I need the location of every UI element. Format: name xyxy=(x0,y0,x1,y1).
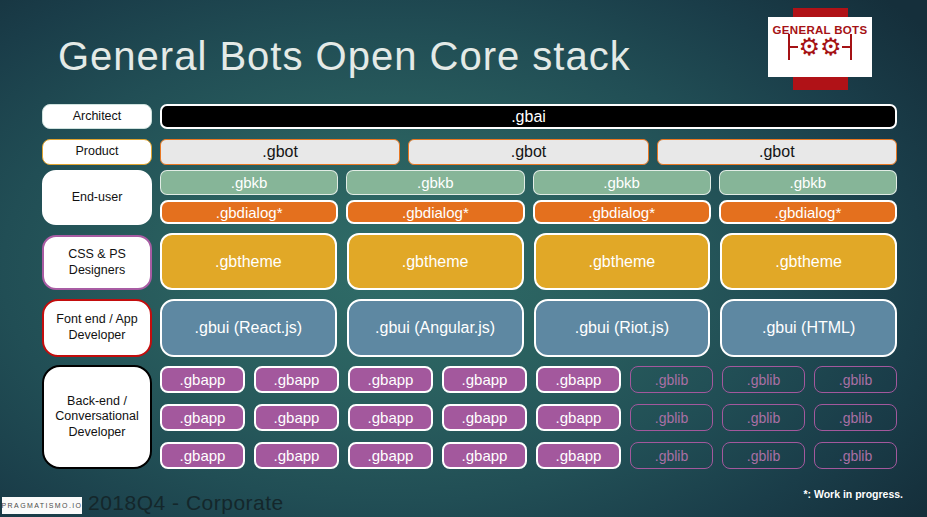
gbtheme-box: .gbtheme xyxy=(160,233,337,290)
gblib-box: .gblib xyxy=(630,442,713,469)
page-title: General Bots Open Core stack xyxy=(58,34,631,79)
gbkb-box: .gbkb xyxy=(346,170,524,195)
layer-end-user-kb: .gbkb .gbkb .gbkb .gbkb xyxy=(160,170,897,195)
gbdialog-box: .gbdialog* xyxy=(533,200,711,224)
gbapp-box: .gbapp xyxy=(442,442,527,469)
layer-product: .gbot .gbot .gbot xyxy=(160,139,897,165)
gbapp-box: .gbapp xyxy=(254,442,339,469)
layer-backend-row-3: .gbapp .gbapp .gbapp .gbapp .gbapp .gbli… xyxy=(160,442,897,469)
role-label-backend-developer: Back-end / Conversational Developer xyxy=(42,365,152,469)
gear-right-line-icon xyxy=(842,46,850,49)
gbapp-box: .gbapp xyxy=(160,404,245,431)
gbapp-box: .gbapp xyxy=(536,366,621,393)
gbkb-box: .gbkb xyxy=(719,170,897,195)
gbdialog-box: .gbdialog* xyxy=(719,200,897,224)
gbapp-box: .gbapp xyxy=(442,366,527,393)
role-label-end-user: End-user xyxy=(42,170,152,225)
gbapp-box: .gbapp xyxy=(536,442,621,469)
gbapp-box: .gbapp xyxy=(348,366,433,393)
gblib-box: .gblib xyxy=(722,404,805,431)
gblib-box: .gblib xyxy=(722,366,805,393)
layer-designers: .gbtheme .gbtheme .gbtheme .gbtheme xyxy=(160,233,897,290)
gbapp-box: .gbapp xyxy=(254,404,339,431)
slide-background: General Bots Open Core stack GENERAL BOT… xyxy=(0,0,927,517)
gbot-box: .gbot xyxy=(160,139,400,165)
gbui-box: .gbui (Angular.js) xyxy=(347,299,524,357)
role-label-frontend-developer: Font end / App Developer xyxy=(42,299,152,357)
slide-caption: 2018Q4 - Corporate xyxy=(88,491,284,515)
gbdialog-box: .gbdialog* xyxy=(160,200,338,224)
gbapp-box: .gbapp xyxy=(536,404,621,431)
gbui-box: .gbui (HTML) xyxy=(720,299,897,357)
gbot-box: .gbot xyxy=(657,139,897,165)
gbtheme-box: .gbtheme xyxy=(720,233,897,290)
work-in-progress-footnote: *: Work in progress. xyxy=(803,488,903,500)
gbapp-box: .gbapp xyxy=(160,442,245,469)
gbui-box: .gbui (React.js) xyxy=(160,299,337,357)
layer-frontend: .gbui (React.js) .gbui (Angular.js) .gbu… xyxy=(160,299,897,357)
gbtheme-box: .gbtheme xyxy=(347,233,524,290)
role-label-architect: Architect xyxy=(42,104,152,129)
gear-icon: ⚙ xyxy=(820,34,842,60)
layer-backend-row-1: .gbapp .gbapp .gbapp .gbapp .gbapp .gbli… xyxy=(160,366,897,393)
layer-architect: .gbai xyxy=(160,104,897,129)
gbtheme-box: .gbtheme xyxy=(534,233,711,290)
gbkb-box: .gbkb xyxy=(533,170,711,195)
gbdialog-box: .gbdialog* xyxy=(346,200,524,224)
gblib-box: .gblib xyxy=(630,404,713,431)
gblib-box: .gblib xyxy=(814,366,897,393)
gbapp-box: .gbapp xyxy=(348,442,433,469)
gbapp-box: .gbapp xyxy=(348,404,433,431)
gbot-box: .gbot xyxy=(408,139,648,165)
gbui-box: .gbui (Riot.js) xyxy=(534,299,711,357)
role-label-product: Product xyxy=(42,139,152,165)
gear-right-bar-icon xyxy=(850,34,853,60)
gblib-box: .gblib xyxy=(814,404,897,431)
gbai-box: .gbai xyxy=(160,104,897,129)
gblib-box: .gblib xyxy=(814,442,897,469)
role-label-designers: CSS & PS Designers xyxy=(42,235,152,290)
gbapp-box: .gbapp xyxy=(254,366,339,393)
gblib-box: .gblib xyxy=(630,366,713,393)
general-bots-logo: GENERAL BOTS ⚙ ⚙ xyxy=(768,17,872,77)
gear-left-line-icon xyxy=(790,46,798,49)
gbkb-box: .gbkb xyxy=(160,170,338,195)
gbapp-box: .gbapp xyxy=(160,366,245,393)
gbapp-box: .gbapp xyxy=(442,404,527,431)
gblib-box: .gblib xyxy=(722,442,805,469)
layer-backend-row-2: .gbapp .gbapp .gbapp .gbapp .gbapp .gbli… xyxy=(160,404,897,431)
gears-icon: ⚙ ⚙ xyxy=(788,34,852,60)
pragmatismo-logo: PRAGMATISMO.IO xyxy=(2,497,82,514)
layer-end-user-dialog: .gbdialog* .gbdialog* .gbdialog* .gbdial… xyxy=(160,200,897,224)
gear-icon: ⚙ xyxy=(798,34,820,60)
